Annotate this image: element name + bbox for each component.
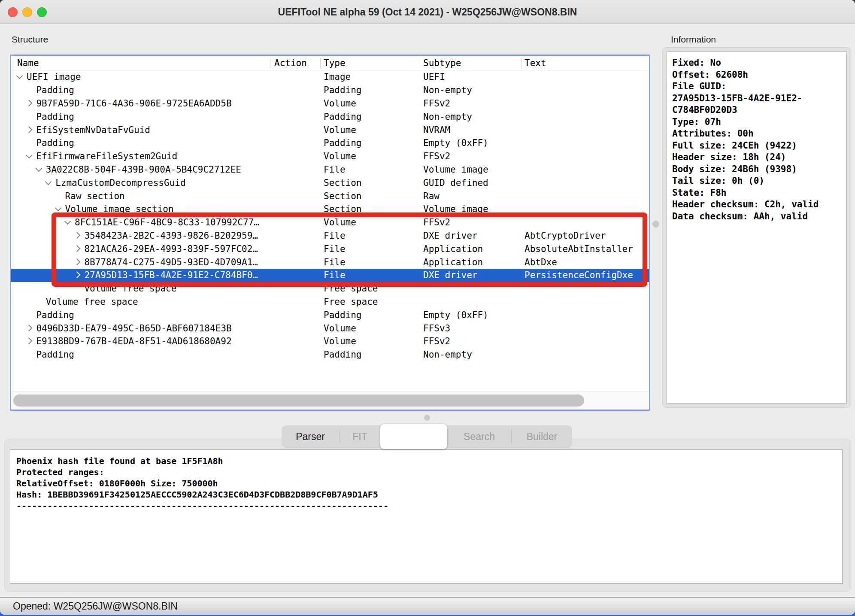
chevron-down-icon[interactable] [55, 205, 61, 212]
tree-item-name: 9B7FA59D-71C6-4A36-906E-9725EA6ADD5B [36, 98, 231, 109]
column-header-action[interactable]: Action [274, 58, 307, 68]
tree-item-type: File [324, 270, 418, 280]
horizontal-scrollbar[interactable] [11, 391, 649, 410]
app-window: UEFITool NE alpha 59 (Oct 14 2021) - W25… [0, 0, 855, 615]
tree-item-type: File [324, 164, 418, 175]
tree-item-subtype: Volume image [423, 164, 523, 175]
tree-item-type: Volume [324, 217, 418, 228]
column-header-type[interactable]: Type [324, 58, 346, 68]
tree-item-type: Image [324, 72, 418, 82]
column-divider[interactable] [270, 58, 270, 68]
tree-item-name: 8B778A74-C275-49D5-93ED-4D709A1… [84, 257, 258, 267]
column-divider[interactable] [521, 58, 521, 68]
tree-item-subtype: Non-empty [423, 112, 523, 122]
column-divider[interactable] [320, 58, 321, 68]
chevron-down-icon[interactable] [26, 152, 33, 159]
tree-item-name: Raw section [65, 191, 125, 201]
tree-row[interactable]: 27A95D13-15FB-4A2E-91E2-C784BF0…FileDXE … [11, 269, 649, 282]
information-line: Fixed: No [672, 57, 846, 69]
tree-item-name: Padding [36, 310, 74, 320]
tree-item-type: Free space [324, 297, 418, 307]
column-header-subtype[interactable]: Subtype [423, 58, 461, 68]
tree-row[interactable]: 821ACA26-29EA-4993-839F-597FC02…FileAppl… [11, 242, 649, 255]
structure-tree: Name Action Type Subtype Text UEFI image… [10, 55, 650, 411]
tree-row[interactable]: E9138BD9-767B-4EDA-8F51-4AD618680A92Volu… [11, 335, 649, 348]
information-label: Information [671, 34, 716, 45]
column-header-name[interactable]: Name [17, 58, 39, 68]
column-divider[interactable] [420, 58, 420, 68]
chevron-right-icon[interactable] [74, 272, 81, 279]
chevron-right-icon[interactable] [74, 245, 81, 252]
tree-item-name: Padding [36, 85, 74, 95]
tree-item-type: Section [324, 178, 418, 188]
chevron-right-icon[interactable] [74, 232, 81, 239]
tree-row[interactable]: 8FC151AE-C96F-4BC9-8C33-107992C77…Volume… [11, 216, 649, 229]
tree-item-name: E9138BD9-767B-4EDA-8F51-4AD618680A92 [36, 336, 231, 346]
tree-row[interactable]: PaddingPaddingEmpty (0xFF) [11, 137, 649, 150]
message-tabs: Parser FIT Search Builder [282, 425, 572, 448]
log-line: RelativeOffset: 0180F000h Size: 750000h [16, 478, 842, 489]
tree-item-type: Padding [324, 112, 418, 122]
tree-row[interactable]: UEFI imageImageUEFI [11, 70, 649, 84]
panel-splitter-handle[interactable] [652, 221, 659, 228]
chevron-down-icon[interactable] [16, 73, 23, 79]
tab-parser[interactable]: Parser [282, 425, 339, 448]
tree-row[interactable]: Volume image sectionSectionVolume image [11, 203, 649, 216]
status-message: Opened: W25Q256JW@WSON8.BIN [13, 598, 178, 615]
tree-row[interactable]: 9B7FA59D-71C6-4A36-906E-9725EA6ADD5BVolu… [11, 97, 649, 110]
chevron-down-icon[interactable] [64, 218, 71, 225]
tree-row[interactable]: 3548423A-2B2C-4393-9826-B202959…FileDXE … [11, 229, 649, 243]
information-line: Header checksum: C2h, valid [672, 199, 846, 211]
information-line: Full size: 24CEh (9422) [672, 140, 846, 152]
information-panel: Fixed: NoOffset: 62608hFile GUID:27A95D1… [662, 47, 851, 408]
tree-item-text: AbtDxe [525, 257, 648, 267]
tree-row[interactable]: EfiFirmwareFileSystem2GuidVolumeFFSv2 [11, 150, 649, 163]
tree-item-name: 27A95D13-15FB-4A2E-91E2-C784BF0… [84, 270, 258, 280]
tree-row[interactable]: PaddingPaddingNon-empty [11, 84, 649, 97]
tree-item-type: File [324, 244, 418, 254]
tree-row[interactable]: EfiSystemNvDataFvGuidVolumeNVRAM [11, 123, 649, 137]
chevron-right-icon[interactable] [26, 100, 33, 106]
information-line: Type: 07h [672, 116, 846, 128]
chevron-down-icon[interactable] [45, 179, 52, 185]
tree-row[interactable]: PaddingPaddingEmpty (0xFF) [11, 308, 649, 322]
tree-item-type: Padding [324, 138, 418, 148]
tree-row[interactable]: Volume free spaceFree space [11, 295, 649, 309]
tree-row[interactable]: Raw sectionSectionRaw [11, 189, 649, 203]
chevron-down-icon[interactable] [36, 165, 42, 172]
horizontal-scrollbar-thumb[interactable] [13, 394, 584, 407]
tree-item-name: EfiFirmwareFileSystem2Guid [36, 151, 177, 161]
tree-item-name: Volume free space [46, 297, 138, 307]
tree-item-text: AbsoluteAbtInstaller [525, 244, 648, 254]
tree-item-name: 0496D33D-EA79-495C-B65D-ABF607184E3B [36, 323, 231, 334]
tab-search[interactable]: Search [447, 425, 511, 448]
tree-row[interactable]: 0496D33D-EA79-495C-B65D-ABF607184E3BVolu… [11, 322, 649, 335]
information-line: Body size: 24B6h (9398) [672, 164, 846, 176]
information-text[interactable]: Fixed: NoOffset: 62608hFile GUID:27A95D1… [667, 52, 847, 404]
pane-splitter-handle[interactable] [424, 415, 430, 421]
tree-item-subtype: Application [423, 244, 523, 254]
column-header-text[interactable]: Text [525, 58, 546, 68]
information-line: Tail size: 0h (0) [672, 175, 846, 187]
chevron-right-icon[interactable] [74, 258, 81, 265]
tab-builder[interactable]: Builder [512, 425, 572, 448]
tab-fit[interactable]: FIT [340, 425, 380, 448]
information-line: File GUID: [672, 81, 846, 93]
tree-row[interactable]: 8B778A74-C275-49D5-93ED-4D709A1…FileAppl… [11, 255, 649, 269]
tree-row[interactable]: 3A022C8B-504F-439B-900A-5B4C9C2712EEFile… [11, 163, 649, 176]
tree-rows: UEFI imageImageUEFIPaddingPaddingNon-emp… [11, 70, 649, 361]
log-line: Hash: 1BEBBD39691F34250125AECCC5902A243C… [16, 489, 842, 500]
tree-row[interactable]: LzmaCustomDecompressGuidSectionGUID defi… [11, 176, 649, 189]
parser-log[interactable]: Phoenix hash file found at base 1F5F1A8h… [10, 449, 843, 584]
tree-row[interactable]: Volume free spaceFree space [11, 282, 649, 295]
chevron-right-icon[interactable] [26, 126, 33, 133]
tab-selected-empty[interactable] [380, 424, 447, 449]
tree-item-subtype: Non-empty [423, 349, 523, 360]
tree-row[interactable]: PaddingPaddingNon-empty [11, 110, 649, 123]
tree-item-type: Padding [324, 310, 418, 320]
information-line: Offset: 62608h [672, 69, 846, 81]
chevron-right-icon[interactable] [26, 338, 33, 345]
chevron-right-icon[interactable] [26, 325, 33, 331]
tree-row[interactable]: PaddingPaddingNon-empty [11, 348, 649, 361]
tree-item-type: Free space [324, 283, 418, 294]
